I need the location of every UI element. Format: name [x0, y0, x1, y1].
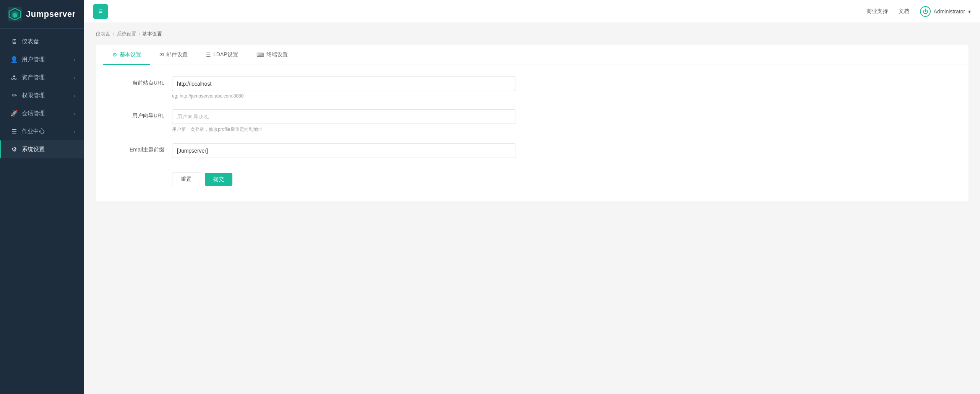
- sidebar-item-session-mgmt[interactable]: 🚀 会话管理 ‹: [0, 104, 84, 122]
- tab-ldap-label: LDAP设置: [213, 51, 238, 58]
- sidebar-nav: 🖥 仪表盘 👤 用户管理 ‹ 🖧 资产管理 ‹ ✏ 权限管理 ‹: [0, 29, 84, 394]
- asset-mgmt-icon: 🖧: [10, 74, 18, 81]
- sidebar-item-label-system-settings: 系统设置: [22, 146, 45, 153]
- system-settings-icon: ⚙: [10, 146, 18, 153]
- sidebar-item-system-settings[interactable]: ⚙ 系统设置: [0, 140, 84, 158]
- user-redirect-label: 用户向导URL: [111, 109, 172, 119]
- chevron-right-icon: ‹: [73, 57, 75, 62]
- sidebar-item-label-session-mgmt: 会话管理: [22, 110, 45, 117]
- sidebar-item-label-user-mgmt: 用户管理: [22, 56, 45, 63]
- user-redirect-field: 用户第一次登录，修改profile后重定向到地址: [172, 109, 516, 133]
- email-prefix-field: [172, 143, 516, 158]
- sidebar-item-user-mgmt[interactable]: 👤 用户管理 ‹: [0, 50, 84, 68]
- menu-toggle-button[interactable]: ≡: [93, 4, 108, 19]
- site-url-field: eg: http://jumpserver.abc.com:8080: [172, 77, 516, 99]
- user-redirect-input[interactable]: [172, 109, 516, 124]
- tab-basic-label: 基本设置: [120, 51, 141, 58]
- tab-basic[interactable]: ⚙ 基本设置: [103, 45, 150, 65]
- admin-icon: ⏻: [920, 6, 931, 17]
- dropdown-arrow-icon: ▾: [968, 8, 971, 15]
- reset-button[interactable]: 重置: [172, 173, 200, 186]
- email-prefix-input[interactable]: [172, 143, 516, 158]
- sidebar-item-label-job-center: 作业中心: [22, 128, 45, 135]
- chevron-right-icon-5: ‹: [73, 129, 75, 134]
- job-center-icon: ☰: [10, 128, 18, 135]
- email-prefix-group: Email主题前缀: [111, 143, 953, 158]
- support-link[interactable]: 商业支持: [866, 8, 888, 15]
- terminal-settings-tab-icon: ⌨: [256, 52, 264, 58]
- tab-mail[interactable]: ✉ 邮件设置: [150, 45, 197, 65]
- chevron-right-icon-3: ‹: [73, 93, 75, 98]
- logo-text: Jumpserver: [26, 9, 76, 19]
- breadcrumb-system-settings[interactable]: 系统设置: [117, 31, 136, 37]
- hamburger-icon: ≡: [99, 7, 103, 15]
- breadcrumb-sep-2: /: [139, 31, 140, 37]
- form-actions: 重置 提交: [172, 169, 953, 186]
- admin-menu[interactable]: ⏻ Administrator ▾: [920, 6, 971, 17]
- tab-ldap[interactable]: ☰ LDAP设置: [197, 45, 247, 65]
- settings-card: ⚙ 基本设置 ✉ 邮件设置 ☰ LDAP设置 ⌨ 终端设置: [96, 45, 969, 202]
- basic-settings-tab-icon: ⚙: [112, 52, 117, 58]
- user-mgmt-icon: 👤: [10, 56, 18, 63]
- site-url-label: 当前站点URL: [111, 77, 172, 86]
- breadcrumb-dashboard[interactable]: 仪表盘: [96, 31, 110, 37]
- settings-form: 当前站点URL eg: http://jumpserver.abc.com:80…: [96, 65, 969, 202]
- perm-mgmt-icon: ✏: [10, 92, 18, 99]
- user-redirect-group: 用户向导URL 用户第一次登录，修改profile后重定向到地址: [111, 109, 953, 133]
- sidebar-item-label-dashboard: 仪表盘: [22, 38, 39, 45]
- sidebar-item-perm-mgmt[interactable]: ✏ 权限管理 ‹: [0, 86, 84, 104]
- header-right: 商业支持 文档 ⏻ Administrator ▾: [866, 6, 971, 17]
- docs-link[interactable]: 文档: [899, 8, 909, 15]
- site-url-hint: eg: http://jumpserver.abc.com:8080: [172, 93, 516, 99]
- header-left: ≡: [93, 4, 108, 19]
- mail-settings-tab-icon: ✉: [159, 52, 164, 58]
- settings-tabs: ⚙ 基本设置 ✉ 邮件设置 ☰ LDAP设置 ⌨ 终端设置: [96, 45, 969, 65]
- submit-button[interactable]: 提交: [205, 173, 232, 186]
- site-url-input[interactable]: [172, 77, 516, 91]
- tab-mail-label: 邮件设置: [166, 51, 188, 58]
- ldap-settings-tab-icon: ☰: [206, 52, 211, 58]
- logo-area: Jumpserver: [0, 0, 84, 29]
- site-url-group: 当前站点URL eg: http://jumpserver.abc.com:80…: [111, 77, 953, 99]
- sidebar-item-asset-mgmt[interactable]: 🖧 资产管理 ‹: [0, 68, 84, 86]
- sidebar-item-label-asset-mgmt: 资产管理: [22, 74, 45, 81]
- tab-terminal-label: 终端设置: [266, 51, 288, 58]
- chevron-right-icon-2: ‹: [73, 75, 75, 80]
- session-mgmt-icon: 🚀: [10, 110, 18, 117]
- admin-label: Administrator: [934, 8, 965, 15]
- email-prefix-label: Email主题前缀: [111, 143, 172, 153]
- chevron-right-icon-4: ‹: [73, 111, 75, 116]
- main-area: ≡ 商业支持 文档 ⏻ Administrator ▾ 仪表盘 / 系统设置 /…: [84, 0, 980, 394]
- sidebar-item-job-center[interactable]: ☰ 作业中心 ‹: [0, 122, 84, 140]
- header: ≡ 商业支持 文档 ⏻ Administrator ▾: [84, 0, 980, 23]
- sidebar-item-label-perm-mgmt: 权限管理: [22, 92, 45, 99]
- user-redirect-hint: 用户第一次登录，修改profile后重定向到地址: [172, 126, 516, 133]
- content-area: 仪表盘 / 系统设置 / 基本设置 ⚙ 基本设置 ✉ 邮件设置 ☰ LDAP设置: [84, 23, 980, 394]
- dashboard-icon: 🖥: [10, 38, 18, 45]
- jumpserver-logo-icon: [8, 7, 22, 21]
- breadcrumb-sep-1: /: [113, 31, 114, 37]
- sidebar-item-dashboard[interactable]: 🖥 仪表盘: [0, 33, 84, 50]
- sidebar: Jumpserver 🖥 仪表盘 👤 用户管理 ‹ 🖧 资产管理 ‹ ✏: [0, 0, 84, 394]
- tab-terminal[interactable]: ⌨ 终端设置: [247, 45, 297, 65]
- breadcrumb: 仪表盘 / 系统设置 / 基本设置: [96, 31, 969, 37]
- breadcrumb-current: 基本设置: [142, 31, 162, 37]
